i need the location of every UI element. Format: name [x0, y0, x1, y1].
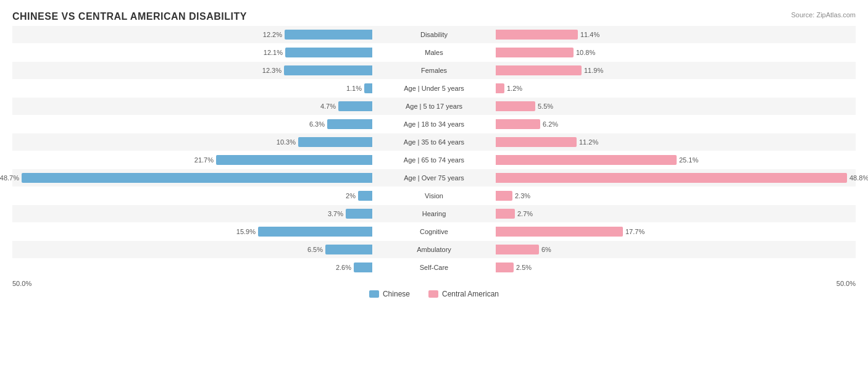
- bars-area: 12.2%Disability11.4%12.1%Males10.8%12.3%…: [12, 26, 856, 276]
- right-bar: [496, 119, 540, 129]
- bar-row: 12.3%Females11.9%: [12, 62, 856, 79]
- row-label: Age | 18 to 34 years: [372, 120, 496, 128]
- row-label: Ambulatory: [372, 246, 496, 253]
- right-bar: [496, 101, 535, 111]
- chart-title: CHINESE VS CENTRAL AMERICAN DISABILITY: [12, 11, 856, 22]
- row-label: Cognitive: [372, 228, 496, 235]
- right-bar: [496, 155, 677, 165]
- row-label: Age | 65 to 74 years: [372, 156, 496, 164]
- left-value: 2.6%: [328, 264, 351, 271]
- bar-row: 2.6%Self-Care2.5%: [12, 259, 856, 276]
- right-value: 17.7%: [625, 228, 648, 235]
- right-value: 11.4%: [580, 31, 603, 38]
- right-value: 11.2%: [579, 138, 601, 146]
- right-value: 48.8%: [849, 174, 868, 182]
- right-bar: [496, 173, 847, 183]
- right-bar: [496, 48, 574, 57]
- right-value: 1.2%: [507, 85, 529, 92]
- left-bar: [285, 48, 372, 57]
- right-bar: [496, 191, 512, 201]
- row-label: Age | Under 5 years: [372, 85, 496, 92]
- right-bar: [496, 209, 515, 219]
- legend-chinese: Chinese: [369, 290, 410, 298]
- right-bar: [496, 245, 539, 254]
- right-value: 6%: [541, 246, 564, 253]
- right-value: 2.5%: [516, 264, 538, 271]
- left-value: 21.7%: [190, 156, 214, 164]
- axis-row: 50.0% 50.0%: [12, 280, 856, 287]
- left-value: 15.9%: [232, 228, 256, 235]
- left-bar: [358, 191, 372, 201]
- left-value: 48.7%: [0, 174, 19, 182]
- right-value: 6.2%: [543, 120, 565, 128]
- source-label: Source: ZipAtlas.com: [791, 11, 856, 19]
- right-value: 2.3%: [515, 192, 537, 200]
- bar-row: 2%Vision2.3%: [12, 187, 856, 204]
- right-value: 2.7%: [517, 210, 540, 217]
- bar-row: 3.7%Hearing2.7%: [12, 205, 856, 222]
- row-label: Vision: [372, 192, 496, 200]
- left-value: 1.1%: [338, 85, 362, 92]
- left-value: 4.7%: [312, 103, 336, 110]
- axis-right: 50.0%: [496, 280, 856, 287]
- bar-row: 4.7%Age | 5 to 17 years5.5%: [12, 98, 856, 115]
- legend-central-american: Central American: [428, 290, 499, 298]
- legend-chinese-label: Chinese: [383, 290, 410, 298]
- left-bar: [364, 83, 372, 93]
- row-label: Females: [372, 67, 496, 74]
- left-value: 12.1%: [259, 49, 283, 56]
- left-bar: [22, 173, 372, 183]
- left-bar: [285, 30, 372, 40]
- row-label: Disability: [372, 31, 496, 38]
- chart-container: CHINESE VS CENTRAL AMERICAN DISABILITY S…: [0, 0, 868, 378]
- axis-left: 50.0%: [12, 280, 372, 287]
- left-value: 12.3%: [258, 67, 282, 74]
- left-value: 6.3%: [301, 120, 325, 128]
- right-value: 11.9%: [584, 67, 606, 74]
- left-bar: [325, 245, 372, 254]
- left-bar: [354, 262, 372, 272]
- right-value: 5.5%: [538, 103, 560, 110]
- row-label: Self-Care: [372, 264, 496, 271]
- row-label: Males: [372, 49, 496, 56]
- row-label: Hearing: [372, 210, 496, 217]
- right-value: 10.8%: [576, 49, 598, 56]
- left-value: 12.2%: [259, 31, 282, 38]
- left-bar: [346, 209, 372, 219]
- left-bar: [216, 155, 372, 165]
- bar-row: 21.7%Age | 65 to 74 years25.1%: [12, 151, 856, 169]
- left-bar: [258, 227, 372, 237]
- bar-row: 15.9%Cognitive17.7%: [12, 223, 856, 240]
- bar-row: 12.1%Males10.8%: [12, 44, 856, 61]
- right-bar: [496, 83, 504, 93]
- right-bar: [496, 30, 578, 40]
- left-bar: [327, 119, 372, 129]
- right-bar: [496, 262, 514, 272]
- left-value: 2%: [332, 192, 356, 200]
- left-bar: [284, 65, 372, 75]
- left-value: 3.7%: [320, 210, 343, 217]
- bar-row: 6.3%Age | 18 to 34 years6.2%: [12, 116, 856, 133]
- left-value: 6.5%: [299, 246, 323, 253]
- legend: Chinese Central American: [12, 290, 856, 298]
- bar-row: 10.3%Age | 35 to 64 years11.2%: [12, 133, 856, 151]
- row-label: Age | 35 to 64 years: [372, 138, 496, 146]
- left-bar: [338, 101, 372, 111]
- legend-chinese-box: [369, 290, 379, 298]
- legend-central-american-label: Central American: [442, 290, 499, 298]
- bar-row: 48.7%Age | Over 75 years48.8%: [12, 169, 856, 187]
- bar-row: 1.1%Age | Under 5 years1.2%: [12, 80, 856, 97]
- row-label: Age | 5 to 17 years: [372, 103, 496, 110]
- left-value: 10.3%: [272, 138, 296, 146]
- right-bar: [496, 65, 582, 75]
- legend-central-american-box: [428, 290, 438, 298]
- right-value: 25.1%: [679, 156, 701, 164]
- row-label: Age | Over 75 years: [372, 174, 496, 182]
- right-bar: [496, 137, 577, 147]
- bar-row: 12.2%Disability11.4%: [12, 26, 856, 43]
- left-bar: [298, 137, 372, 147]
- bar-row: 6.5%Ambulatory6%: [12, 241, 856, 258]
- right-bar: [496, 227, 623, 237]
